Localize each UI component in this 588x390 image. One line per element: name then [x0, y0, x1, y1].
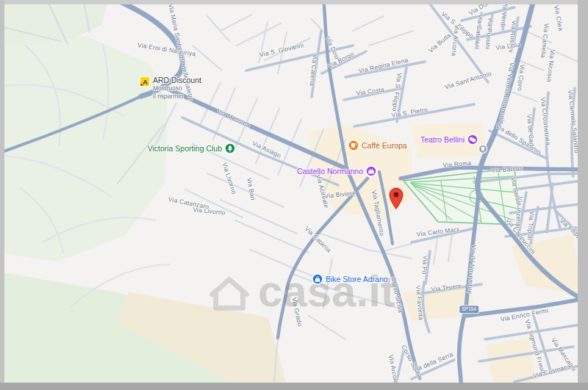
bike-store-adrano-icon[interactable] [312, 273, 324, 286]
route-badge-sp: SP154 [459, 306, 478, 313]
poi-name: ARD Discount [153, 76, 201, 84]
poi-name: Bike Store Adrano [326, 275, 388, 284]
poi-sublabel: il risparmio [153, 93, 201, 101]
poi-sublabel: Mostruoso [153, 84, 201, 93]
castello-normanno-label[interactable]: Castello Normanno [297, 167, 363, 176]
destination-pin[interactable] [387, 187, 405, 210]
teatro-bellini-icon[interactable] [467, 134, 479, 146]
ard-discount-icon[interactable]: A [140, 76, 150, 87]
poi-name: Castello Normanno [297, 167, 363, 176]
caffe-europa-label[interactable]: Caffè Europa [362, 141, 407, 150]
ard-discount-label[interactable]: ARD DiscountMostruosoil risparmio [153, 76, 201, 100]
screenshot-frame-right [578, 0, 588, 390]
svg-text:A: A [143, 78, 148, 86]
screenshot-frame-bottom [0, 383, 588, 390]
map-canvas[interactable]: casa.it Via Eroi di NassiriyaVia Maria S… [0, 0, 588, 390]
map-roads-canvas [0, 0, 588, 390]
street-label: Via Po [420, 255, 429, 275]
screenshot-frame-left [0, 0, 4, 390]
victoria-sporting-club-icon[interactable] [224, 142, 237, 155]
poi-name: Teatro Bellini [420, 135, 465, 144]
poi-name: Victoria Sporting Club [148, 144, 222, 153]
railway-station-icon[interactable] [478, 145, 488, 154]
caffe-europa-icon[interactable] [348, 140, 360, 152]
poi-name: Caffè Europa [362, 141, 407, 150]
screenshot-frame-top [0, 0, 588, 4]
bike-store-adrano-label[interactable]: Bike Store Adrano [326, 275, 388, 284]
victoria-sporting-club-label[interactable]: Victoria Sporting Club [148, 144, 222, 153]
castello-normanno-icon[interactable] [365, 165, 378, 178]
teatro-bellini-label[interactable]: Teatro Bellini [420, 135, 465, 144]
